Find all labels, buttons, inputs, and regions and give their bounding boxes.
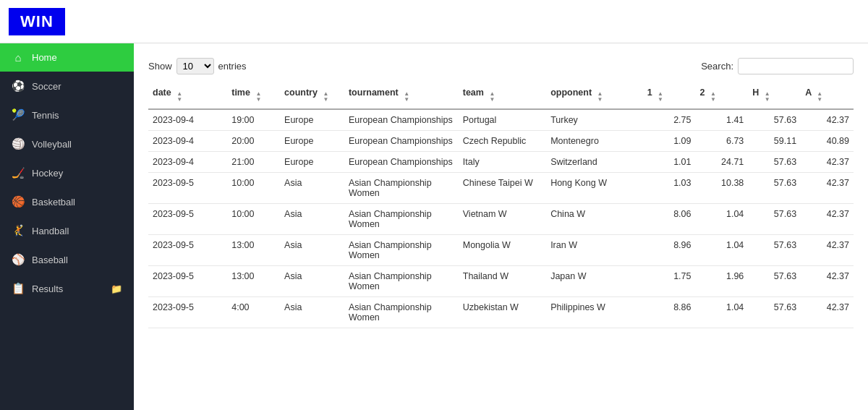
cell-A: 42.37 [801,204,854,235]
table-header: date ▲▼ time ▲▼ country ▲▼ tournament ▲▼… [148,82,854,109]
sidebar-label-results: Results [32,283,103,294]
table-body: 2023-09-419:00EuropeEuropean Championshi… [148,109,854,328]
sidebar: ⌂Home⚽Soccer🎾Tennis🏐Volleyball🏒Hockey🏀Ba… [0,43,134,410]
sidebar-item-home[interactable]: ⌂Home [0,43,134,72]
col-header-2[interactable]: 2 ▲▼ [695,82,748,109]
header-row: date ▲▼ time ▲▼ country ▲▼ tournament ▲▼… [148,82,854,109]
col-header-tournament[interactable]: tournament ▲▼ [344,82,459,109]
cell-time: 13:00 [227,266,280,297]
handball-icon: 🤾 [12,224,25,237]
sidebar-item-basketball[interactable]: 🏀Basketball [0,187,134,216]
main-layout: ⌂Home⚽Soccer🎾Tennis🏐Volleyball🏒Hockey🏀Ba… [0,43,868,410]
cell-country: Europe [280,152,344,173]
cell-H: 57.63 [748,266,801,297]
sidebar-item-handball[interactable]: 🤾Handball [0,216,134,245]
content-area: Show 10 25 50 100 entries Search: date ▲… [134,43,868,410]
table-controls: Show 10 25 50 100 entries Search: [148,58,854,74]
cell-A: 42.37 [801,266,854,297]
cell-2: 1.04 [695,297,748,328]
cell-2: 24.71 [695,152,748,173]
cell-A: 42.37 [801,152,854,173]
col-header-date[interactable]: date ▲▼ [148,82,227,109]
entries-label: entries [218,61,247,72]
logo-bar: WIN [0,0,868,43]
cell-tournament: Asian Championship Women [344,204,459,235]
cell-opponent: Philippines W [546,297,643,328]
table-row: 2023-09-510:00AsiaAsian Championship Wom… [148,204,854,235]
col-header-A[interactable]: A ▲▼ [801,82,854,109]
cell-1: 8.06 [643,204,696,235]
cell-2: 10.38 [695,173,748,204]
table-row: 2023-09-421:00EuropeEuropean Championshi… [148,152,854,173]
basketball-icon: 🏀 [12,195,25,208]
sidebar-item-tennis[interactable]: 🎾Tennis [0,101,134,129]
cell-country: Asia [280,235,344,266]
col-header-1[interactable]: 1 ▲▼ [643,82,696,109]
cell-H: 57.63 [748,235,801,266]
cell-H: 57.63 [748,204,801,235]
search-input[interactable] [738,58,854,74]
cell-1: 1.09 [643,131,696,152]
cell-date: 2023-09-5 [148,266,227,297]
cell-team: Czech Republic [459,131,546,152]
cell-country: Europe [280,131,344,152]
table-row: 2023-09-510:00AsiaAsian Championship Wom… [148,173,854,204]
soccer-icon: ⚽ [12,80,25,93]
search-label: Search: [701,61,733,72]
cell-country: Europe [280,109,344,131]
sidebar-item-volleyball[interactable]: 🏐Volleyball [0,129,134,158]
cell-A: 42.37 [801,109,854,131]
cell-2: 6.73 [695,131,748,152]
sidebar-label-soccer: Soccer [32,81,122,92]
cell-team: Mongolia W [459,235,546,266]
cell-tournament: Asian Championship Women [344,173,459,204]
entries-select[interactable]: 10 25 50 100 [176,58,214,74]
table-row: 2023-09-420:00EuropeEuropean Championshi… [148,131,854,152]
baseball-icon: ⚾ [12,253,25,266]
volleyball-icon: 🏐 [12,137,25,150]
cell-time: 21:00 [227,152,280,173]
col-header-country[interactable]: country ▲▼ [280,82,344,109]
sidebar-label-home: Home [32,52,122,63]
cell-2: 1.04 [695,235,748,266]
cell-H: 59.11 [748,131,801,152]
sidebar-label-tennis: Tennis [32,110,122,121]
cell-A: 42.37 [801,173,854,204]
cell-date: 2023-09-4 [148,152,227,173]
cell-1: 1.01 [643,152,696,173]
sidebar-label-handball: Handball [32,226,122,236]
cell-team: Uzbekistan W [459,297,546,328]
sidebar-item-baseball[interactable]: ⚾Baseball [0,245,134,274]
cell-1: 1.75 [643,266,696,297]
cell-1: 2.75 [643,109,696,131]
col-header-time[interactable]: time ▲▼ [227,82,280,109]
sidebar-item-results[interactable]: 📋Results📁 [0,274,134,303]
table-row: 2023-09-419:00EuropeEuropean Championshi… [148,109,854,131]
cell-tournament: European Championships [344,109,459,131]
cell-H: 57.63 [748,297,801,328]
sidebar-item-soccer[interactable]: ⚽Soccer [0,72,134,101]
cell-opponent: Switzerland [546,152,643,173]
cell-opponent: Hong Kong W [546,173,643,204]
cell-opponent: Turkey [546,109,643,131]
cell-team: Italy [459,152,546,173]
cell-time: 13:00 [227,235,280,266]
table-row: 2023-09-513:00AsiaAsian Championship Wom… [148,235,854,266]
col-header-H[interactable]: H ▲▼ [748,82,801,109]
sidebar-label-hockey: Hockey [32,168,122,179]
col-header-opponent[interactable]: opponent ▲▼ [546,82,643,109]
cell-time: 4:00 [227,297,280,328]
cell-1: 8.96 [643,235,696,266]
cell-2: 1.96 [695,266,748,297]
cell-opponent: Japan W [546,266,643,297]
show-entries: Show 10 25 50 100 entries [148,58,247,74]
cell-2: 1.04 [695,204,748,235]
cell-date: 2023-09-5 [148,297,227,328]
col-header-team[interactable]: team ▲▼ [459,82,546,109]
table-row: 2023-09-54:00AsiaAsian Championship Wome… [148,297,854,328]
sidebar-label-baseball: Baseball [32,255,122,265]
cell-date: 2023-09-4 [148,131,227,152]
sidebar-item-hockey[interactable]: 🏒Hockey [0,158,134,187]
cell-date: 2023-09-4 [148,109,227,131]
cell-A: 42.37 [801,235,854,266]
